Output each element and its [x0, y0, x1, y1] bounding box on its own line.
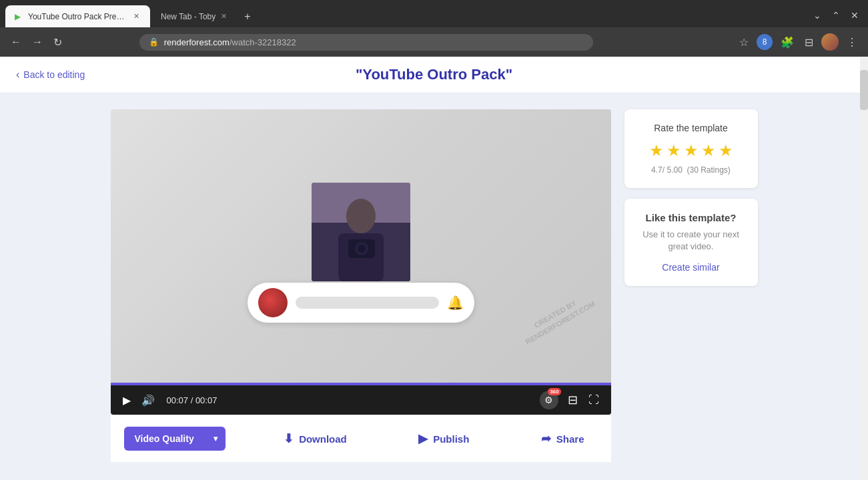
video-frame: TechWiser 🔔 CREATED BY RENDERFOREST.COM [111, 109, 611, 383]
back-arrow-icon: ‹ [16, 69, 19, 81]
download-button[interactable]: ⬇ Download [270, 425, 360, 453]
video-quality-button[interactable]: Video Quality ▾ [124, 427, 226, 451]
like-subtitle: Use it to create your next great video. [638, 229, 745, 253]
share-button[interactable]: ➦ Share [528, 425, 598, 453]
page-title: "YouTube Outro Pack" [16, 66, 852, 83]
svg-point-2 [346, 199, 376, 233]
avatar-icon[interactable] [821, 33, 839, 51]
subscribe-bar [296, 297, 439, 309]
watermark: CREATED BY RENDERFOREST.COM [518, 291, 597, 348]
maximize-button[interactable]: ⌃ [828, 7, 844, 23]
puzzle-icon[interactable]: 🧩 [778, 33, 797, 51]
star-5[interactable]: ★ [719, 141, 733, 160]
quality-badge[interactable]: ⚙ 360 [540, 391, 558, 409]
create-similar-link[interactable]: Create similar [638, 262, 745, 273]
star-1[interactable]: ★ [649, 141, 664, 160]
menu-icon[interactable]: ⋮ [844, 33, 860, 51]
page-body: TechWiser 🔔 CREATED BY RENDERFOREST.COM [0, 93, 868, 478]
back-to-editing-link[interactable]: ‹ Back to editing [16, 69, 85, 81]
video-controls: ▶ 🔊 00:07 / 00:07 ⚙ 360 ⊟ ⛶ [111, 385, 611, 415]
video-container: TechWiser 🔔 CREATED BY RENDERFOREST.COM [111, 109, 611, 415]
browser-chrome: ▶ YouTube Outro Pack Preview... ✕ New Ta… [0, 0, 868, 57]
chevron-down-icon: ▾ [205, 427, 226, 450]
gear-icon: ⚙ [544, 395, 553, 405]
time-display: 00:07 / 00:07 [167, 395, 218, 405]
window-controls: ⌄ ⌃ ✕ [809, 7, 863, 26]
back-link-label: Back to editing [23, 69, 85, 80]
like-card: Like this template? Use it to create you… [624, 199, 758, 286]
fullscreen-button[interactable]: ⛶ [587, 393, 600, 407]
video-quality-label: Video Quality [124, 427, 205, 451]
download-icon: ⬇ [284, 431, 294, 446]
star-2[interactable]: ★ [667, 141, 681, 160]
video-section: TechWiser 🔔 CREATED BY RENDERFOREST.COM [111, 109, 611, 462]
tab-label-1: YouTube Outro Pack Preview... [28, 12, 128, 21]
rate-card: Rate the template ★ ★ ★ ★ ★ 4.7/ 5.00 (3… [624, 109, 758, 188]
like-title: Like this template? [638, 212, 745, 223]
extensions-icon[interactable]: 8 [757, 34, 773, 50]
tab-close-btn-1[interactable]: ✕ [132, 11, 141, 22]
subscribe-avatar [258, 288, 288, 317]
tab-label-2: New Tab - Toby [161, 12, 215, 21]
rating-text: 4.7/ 5.00 (30 Ratings) [638, 165, 745, 175]
tab-bar: ▶ YouTube Outro Pack Preview... ✕ New Ta… [0, 0, 868, 27]
minimize-button[interactable]: ⌄ [809, 7, 825, 23]
share-label: Share [556, 433, 584, 445]
forward-button[interactable]: → [29, 33, 45, 51]
new-tab-button[interactable]: + [239, 8, 256, 25]
sidebar: Rate the template ★ ★ ★ ★ ★ 4.7/ 5.00 (3… [624, 109, 758, 462]
publish-icon: ▶ [418, 431, 428, 446]
url-text: renderforest.com/watch-32218322 [164, 37, 584, 47]
action-bar: Video Quality ▾ ⬇ Download ▶ Publish ➦ S… [111, 415, 611, 462]
page-header: ‹ Back to editing "YouTube Outro Pack" [0, 57, 868, 93]
volume-button[interactable]: 🔊 [140, 393, 156, 408]
bookmark-icon[interactable]: ☆ [737, 33, 751, 51]
page: ‹ Back to editing "YouTube Outro Pack" [0, 57, 868, 480]
theater-button[interactable]: ⊟ [566, 391, 579, 409]
star-4[interactable]: ★ [701, 141, 716, 160]
scrollbar[interactable] [860, 57, 868, 480]
subscribe-widget: 🔔 [248, 283, 474, 323]
tab-active[interactable]: ▶ YouTube Outro Pack Preview... ✕ [5, 5, 150, 27]
download-label: Download [299, 433, 347, 445]
publish-button[interactable]: ▶ Publish [405, 425, 482, 453]
svg-point-6 [358, 245, 366, 253]
bell-icon: 🔔 [447, 295, 464, 311]
cast-icon[interactable]: ⊟ [802, 33, 816, 51]
close-window-button[interactable]: ✕ [847, 7, 863, 23]
back-button[interactable]: ← [8, 33, 24, 51]
lock-icon: 🔒 [149, 37, 159, 47]
url-box[interactable]: 🔒 renderforest.com/watch-32218322 [139, 34, 593, 51]
play-button[interactable]: ▶ [121, 393, 132, 408]
address-bar: ← → ↻ 🔒 renderforest.com/watch-32218322 … [0, 27, 868, 57]
share-icon: ➦ [541, 431, 551, 446]
quality-badge-number: 360 [548, 388, 560, 395]
tab-close-btn-2[interactable]: ✕ [220, 11, 228, 22]
tab-play-icon: ▶ [15, 12, 24, 21]
star-rating[interactable]: ★ ★ ★ ★ ★ [638, 141, 745, 160]
refresh-button[interactable]: ↻ [51, 33, 65, 51]
toolbar-icons: ☆ 8 🧩 ⊟ ⋮ [737, 33, 860, 51]
tab-inactive[interactable]: New Tab - Toby ✕ [151, 5, 238, 27]
scrollbar-thumb[interactable] [860, 70, 868, 110]
star-3[interactable]: ★ [684, 141, 699, 160]
person-image [312, 183, 410, 281]
publish-label: Publish [433, 433, 469, 445]
video-thumbnail [312, 183, 410, 281]
rate-title: Rate the template [638, 123, 745, 133]
